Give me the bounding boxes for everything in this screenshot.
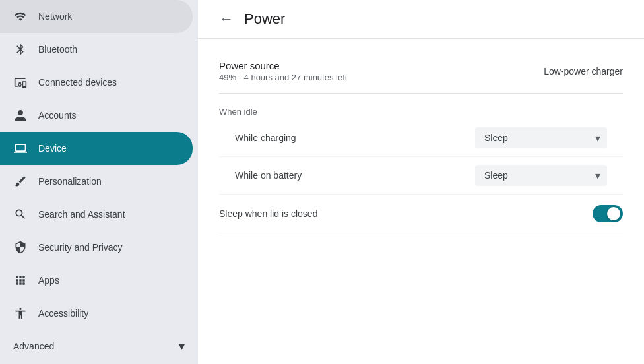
power-source-sublabel: 49% - 4 hours and 27 minutes left: [219, 73, 347, 82]
while-battery-row: While on battery Sleep Turn off display …: [219, 157, 623, 195]
sidebar-item-bluetooth[interactable]: Bluetooth: [0, 33, 193, 66]
sidebar-item-accounts[interactable]: Accounts: [0, 99, 193, 132]
sleep-lid-row: Sleep when lid is closed: [219, 195, 623, 233]
sidebar-item-security-privacy-label: Security and Privacy: [38, 242, 123, 253]
while-charging-row: While charging Sleep Turn off display Do…: [219, 119, 623, 157]
when-idle-section: When idle While charging Sleep Turn off …: [219, 107, 623, 195]
main-body: Power source 49% - 4 hours and 27 minute…: [198, 39, 644, 249]
shield-icon: [13, 240, 28, 255]
sidebar-advanced[interactable]: Advanced ▾: [0, 330, 198, 363]
while-battery-select-wrapper: Sleep Turn off display Do nothing: [475, 165, 607, 186]
apps-icon: [13, 273, 28, 288]
search-icon: [13, 207, 28, 222]
chevron-down-icon: ▾: [179, 339, 185, 353]
sidebar-item-personalization[interactable]: Personalization: [0, 165, 193, 198]
while-charging-label: While charging: [235, 133, 296, 143]
main-header: ← Power: [198, 0, 644, 39]
sidebar-item-security-privacy[interactable]: Security and Privacy: [0, 231, 193, 264]
sidebar-item-search-assistant[interactable]: Search and Assistant: [0, 198, 193, 231]
sidebar-item-device[interactable]: Device: [0, 132, 193, 165]
charger-label: Low-power charger: [544, 66, 623, 76]
while-battery-select[interactable]: Sleep Turn off display Do nothing: [475, 165, 607, 186]
wifi-icon: [13, 9, 28, 24]
toggle-slider: [593, 205, 623, 222]
while-charging-select[interactable]: Sleep Turn off display Do nothing: [475, 127, 607, 148]
sidebar-item-accessibility[interactable]: Accessibility: [0, 297, 193, 330]
sidebar: Network Bluetooth Connected devices Acco…: [0, 0, 198, 364]
sidebar-item-connected-devices[interactable]: Connected devices: [0, 66, 193, 99]
sidebar-item-connected-devices-label: Connected devices: [38, 77, 117, 88]
sidebar-item-personalization-label: Personalization: [38, 176, 102, 187]
sidebar-item-apps[interactable]: Apps: [0, 264, 193, 297]
power-source-info: Power source 49% - 4 hours and 27 minute…: [219, 60, 347, 82]
laptop-icon: [13, 141, 28, 156]
power-source-row: Power source 49% - 4 hours and 27 minute…: [219, 55, 623, 94]
main-content: ← Power Power source 49% - 4 hours and 2…: [198, 0, 644, 364]
page-title: Power: [244, 11, 285, 28]
sidebar-item-accounts-label: Accounts: [38, 110, 77, 121]
sleep-lid-toggle[interactable]: [593, 205, 623, 222]
devices-icon: [13, 75, 28, 90]
sidebar-advanced-label: Advanced: [13, 341, 54, 351]
sidebar-item-search-assistant-label: Search and Assistant: [38, 209, 125, 220]
when-idle-label: When idle: [219, 107, 623, 117]
power-source-label: Power source: [219, 60, 347, 71]
sidebar-item-network[interactable]: Network: [0, 0, 193, 33]
while-charging-select-wrapper: Sleep Turn off display Do nothing: [475, 127, 607, 148]
sleep-lid-label: Sleep when lid is closed: [219, 208, 317, 219]
sidebar-item-accessibility-label: Accessibility: [38, 308, 88, 318]
brush-icon: [13, 174, 28, 189]
sidebar-item-network-label: Network: [38, 11, 72, 22]
sidebar-item-bluetooth-label: Bluetooth: [38, 44, 77, 55]
back-button[interactable]: ←: [219, 11, 234, 28]
while-battery-label: While on battery: [235, 170, 302, 181]
sidebar-item-device-label: Device: [38, 143, 67, 154]
bluetooth-icon: [13, 42, 28, 57]
accessibility-icon: [13, 306, 28, 320]
person-icon: [13, 108, 28, 123]
sidebar-item-apps-label: Apps: [38, 275, 59, 286]
